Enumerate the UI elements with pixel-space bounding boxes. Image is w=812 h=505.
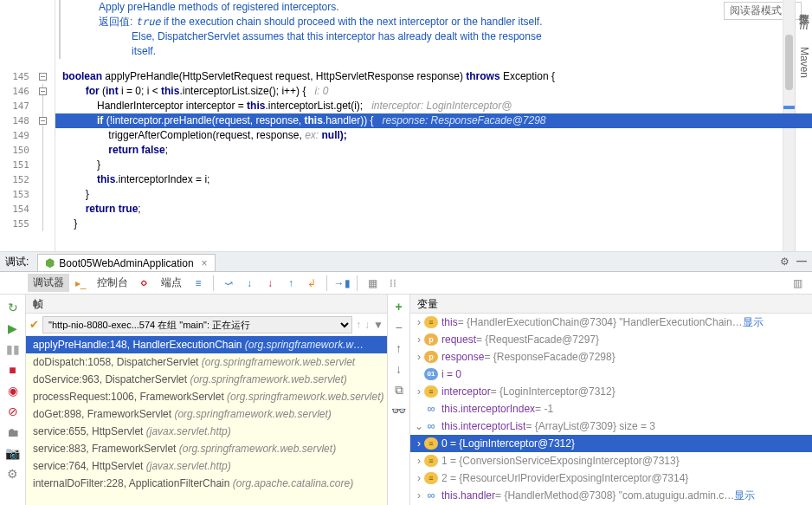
var-row[interactable]: ›≡ 2 = {ResourceUrlProviderExposingInter… xyxy=(410,469,812,487)
line-num[interactable]: 151 xyxy=(0,158,36,172)
fold-toggle[interactable] xyxy=(39,73,47,81)
evaluate-icon[interactable]: ▦ xyxy=(364,275,380,291)
filter-icon[interactable]: ▼ xyxy=(373,319,383,331)
stack-frame[interactable]: service:655, HttpServlet (javax.servlet.… xyxy=(26,423,387,440)
bug-icon: ⬢ xyxy=(45,256,55,269)
line-num[interactable]: 148 xyxy=(0,113,36,128)
stop-icon[interactable]: ■ xyxy=(3,360,23,379)
step-into-icon[interactable]: ↓ xyxy=(242,275,257,291)
editor-pane: 阅读器模式 数据库 m Maven 145 146 147 148 149 15… xyxy=(0,0,812,251)
var-row[interactable]: ∞this.interceptorIndex = -1 xyxy=(410,400,812,418)
code-line: boolean applyPreHandle(HttpServletReques… xyxy=(55,69,812,84)
code-line: return true; xyxy=(55,202,812,217)
glasses-icon[interactable]: 👓 xyxy=(390,402,408,419)
var-row[interactable]: ›presponse = {ResponseFacade@7298} xyxy=(410,348,812,366)
debug-toolbar: 调试器 ▸_ 控制台 ⭘ 端点 ≡ ⤻ ↓ ↓ ↑ ↲ →▮ ▦ ⁞⁞ ▥ xyxy=(0,272,812,295)
variables-tree[interactable]: ›≡this = {HandlerExecutionChain@7304} "H… xyxy=(410,314,812,505)
line-number-gutter: 145 146 147 148 149 150 151 152 153 154 … xyxy=(0,0,36,251)
tab-console[interactable]: 控制台 xyxy=(92,274,133,292)
app-name: Boot05WebAdminApplication xyxy=(59,257,193,269)
line-num[interactable]: 147 xyxy=(0,99,36,113)
show-link[interactable]: 显示 xyxy=(734,487,755,504)
code-line: } xyxy=(55,158,812,172)
variables-panel: 变量 ›≡this = {HandlerExecutionChain@7304}… xyxy=(410,295,812,505)
frames-panel: 帧 ✔ "http-nio-8080-exec...574 在组 "main":… xyxy=(26,295,388,505)
dump-icon[interactable]: 🖿 xyxy=(3,423,23,442)
var-row[interactable]: ›∞this.handler = {HandlerMethod@7308} "c… xyxy=(410,487,812,504)
camera-icon[interactable]: 📷 xyxy=(3,443,23,463)
stack-frame[interactable]: doGet:898, FrameworkServlet (org.springf… xyxy=(26,405,387,423)
code-line: triggerAfterCompletion(request, response… xyxy=(55,128,812,143)
show-link[interactable]: 显示 xyxy=(743,314,764,331)
vars-header: 变量 xyxy=(410,295,812,314)
line-num[interactable]: 145 xyxy=(0,69,36,84)
mute-breakpoints-icon[interactable]: ⊘ xyxy=(3,402,23,421)
view-breakpoints-icon[interactable]: ◉ xyxy=(3,381,23,400)
line-num[interactable]: 153 xyxy=(0,187,36,202)
add-watch-icon[interactable]: + xyxy=(390,298,408,315)
stack-frame[interactable]: service:764, HttpServlet (javax.servlet.… xyxy=(26,457,387,475)
stack-frame[interactable]: doService:963, DispatcherServlet (org.sp… xyxy=(26,371,387,388)
stack-frame[interactable]: internalDoFilter:228, ApplicationFilterC… xyxy=(26,475,387,492)
line-num[interactable]: 149 xyxy=(0,128,36,143)
var-row[interactable]: ›≡ 1 = {ConversionServiceExposingInterce… xyxy=(410,452,812,469)
rerun-icon[interactable]: ↻ xyxy=(3,298,23,317)
prev-frame-icon[interactable]: ↑ xyxy=(356,319,361,331)
tab-threads[interactable]: 端点 xyxy=(156,274,187,292)
copy-icon[interactable]: ⧉ xyxy=(390,381,408,398)
debug-label: 调试: xyxy=(5,255,29,269)
debug-session-tab[interactable]: ⬢ Boot05WebAdminApplication × xyxy=(37,254,215,271)
var-row[interactable]: ›≡this = {HandlerExecutionChain@7304} "H… xyxy=(410,314,812,331)
code-editor[interactable]: Apply preHandle methods of registered in… xyxy=(55,0,812,251)
var-row[interactable]: ›≡ 0 = {LoginInterceptor@7312} xyxy=(410,435,812,452)
pause-icon[interactable]: ▮▮ xyxy=(3,340,23,359)
step-out-icon[interactable]: ↑ xyxy=(283,275,299,291)
drop-frame-icon[interactable]: ↲ xyxy=(304,275,319,291)
list-icon[interactable]: ≡ xyxy=(190,275,206,291)
debug-tool-window-header: 调试: ⬢ Boot05WebAdminApplication × ⚙ — xyxy=(0,251,812,272)
stack-frames[interactable]: applyPreHandle:148, HandlerExecutionChai… xyxy=(26,336,387,505)
resume-icon[interactable]: ▶ xyxy=(3,319,23,338)
stack-frame[interactable]: service:883, FrameworkServlet (org.sprin… xyxy=(26,440,387,457)
code-line: HandlerInterceptor interceptor = this.in… xyxy=(55,99,812,113)
settings-icon[interactable]: ⚙ xyxy=(780,256,789,268)
run-to-cursor-icon[interactable]: →▮ xyxy=(334,275,350,291)
stack-frame[interactable]: applyPreHandle:148, HandlerExecutionChai… xyxy=(26,336,387,353)
next-frame-icon[interactable]: ↓ xyxy=(364,319,370,331)
step-over-icon[interactable]: ⤻ xyxy=(221,275,236,291)
trace-icon[interactable]: ⁞⁞ xyxy=(385,275,401,291)
force-step-into-icon[interactable]: ↓ xyxy=(262,275,278,291)
code-line: for (int i = 0; i < this.interceptorList… xyxy=(55,84,812,99)
line-num[interactable]: 154 xyxy=(0,202,36,217)
check-icon: ✔ xyxy=(29,318,39,331)
debug-body: ↻ ▶ ▮▮ ■ ◉ ⊘ 🖿 📷 ⚙ 帧 ✔ "http-nio-8080-ex… xyxy=(0,295,812,505)
fold-toggle[interactable] xyxy=(39,117,47,125)
tab-debugger[interactable]: 调试器 xyxy=(28,274,69,292)
thread-selector-row: ✔ "http-nio-8080-exec...574 在组 "main": 正… xyxy=(26,314,387,336)
code-line-current: if (!interceptor.preHandle(request, resp… xyxy=(55,113,812,128)
threads-icon: ⭘ xyxy=(137,275,152,291)
layout-icon[interactable]: ▥ xyxy=(789,275,805,291)
line-num[interactable]: 146 xyxy=(0,84,36,99)
code-line: return false; xyxy=(55,143,812,158)
minimize-icon[interactable]: — xyxy=(796,255,807,267)
settings-icon[interactable]: ⚙ xyxy=(3,464,23,483)
down-icon[interactable]: ↓ xyxy=(390,360,408,378)
thread-select[interactable]: "http-nio-8080-exec...574 在组 "main": 正在运… xyxy=(42,316,352,333)
var-row[interactable]: 01 i = 0 xyxy=(410,366,812,383)
stack-frame[interactable]: processRequest:1006, FrameworkServlet (o… xyxy=(26,388,387,405)
stack-frame[interactable]: doDispatch:1058, DispatcherServlet (org.… xyxy=(26,353,387,371)
code-line: } xyxy=(55,187,812,202)
remove-watch-icon[interactable]: − xyxy=(390,319,408,336)
var-row[interactable]: ›prequest = {RequestFacade@7297} xyxy=(410,331,812,348)
line-num[interactable]: 152 xyxy=(0,172,36,187)
vars-toolbar: + − ↑ ↓ ⧉ 👓 xyxy=(388,295,410,505)
up-icon[interactable]: ↑ xyxy=(390,340,408,357)
var-row[interactable]: ›≡interceptor = {LoginInterceptor@7312} xyxy=(410,383,812,400)
fold-toggle[interactable] xyxy=(39,87,47,95)
close-icon[interactable]: × xyxy=(202,257,208,269)
line-num[interactable]: 155 xyxy=(0,217,36,231)
var-row[interactable]: ⌄∞this.interceptorList = {ArrayList@7309… xyxy=(410,418,812,435)
line-num[interactable]: 150 xyxy=(0,143,36,158)
code-line: } xyxy=(55,217,812,231)
